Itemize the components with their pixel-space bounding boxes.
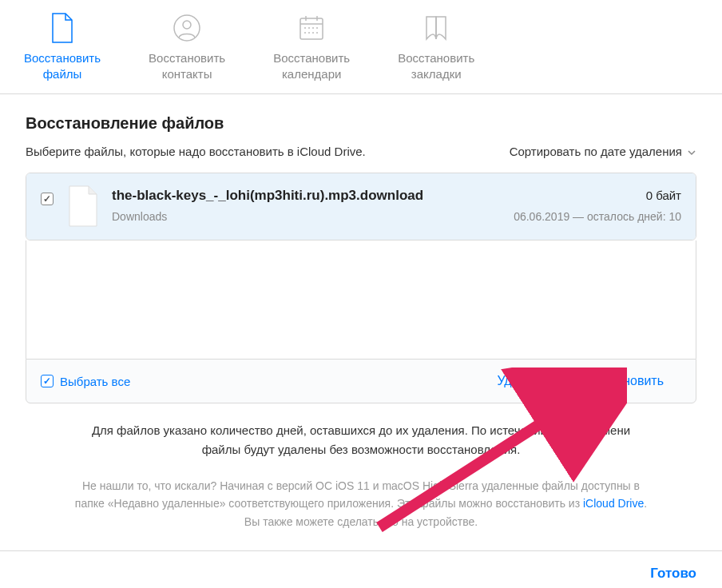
footer-sub-text: Не нашли то, что искали? Начиная с верси… xyxy=(26,467,696,550)
file-size: 0 байт xyxy=(646,189,681,202)
instruction-text: Выберите файлы, которые надо восстановит… xyxy=(26,145,366,158)
file-location: Downloads xyxy=(112,210,167,223)
bottom-bar: Готово xyxy=(0,550,722,588)
restore-button[interactable]: Восстановить xyxy=(565,369,681,393)
svg-rect-2 xyxy=(300,18,323,39)
tab-restore-files[interactable]: Восстановитьфайлы xyxy=(0,8,125,93)
tab-restore-bookmarks[interactable]: Восстановитьзакладки xyxy=(374,8,498,93)
calendar-icon xyxy=(296,12,327,44)
contact-icon xyxy=(171,12,203,44)
bookmark-icon xyxy=(420,12,452,44)
icloud-drive-link[interactable]: iCloud Drive xyxy=(583,497,644,510)
page-title: Восстановление файлов xyxy=(26,114,696,133)
delete-button[interactable]: Удалить xyxy=(479,369,563,393)
tab-label: Восстановитьзакладки xyxy=(398,50,474,81)
footer-main-text: Для файлов указано количество дней, оста… xyxy=(26,403,696,467)
file-expiry: 06.06.2019 — осталось дней: 10 xyxy=(514,210,681,223)
sort-label: Сортировать по дате удаления xyxy=(510,145,682,158)
tab-restore-contacts[interactable]: Восстановитьконтакты xyxy=(125,8,249,93)
tab-label: Восстановитькалендари xyxy=(273,50,350,81)
select-all-label: Выбрать все xyxy=(60,375,130,388)
category-tabs: Восстановитьфайлы Восстановитьконтакты xyxy=(0,0,722,94)
tab-label: Восстановитьфайлы xyxy=(24,50,101,81)
sort-dropdown[interactable]: Сортировать по дате удаления xyxy=(510,145,696,158)
file-row[interactable]: the-black-keys_-_lohi(mp3hiti.ru).mp3.do… xyxy=(26,173,696,240)
select-all-control[interactable]: Выбрать все xyxy=(41,375,130,388)
tab-label: Восстановитьконтакты xyxy=(149,50,225,81)
tab-restore-calendars[interactable]: Восстановитькалендари xyxy=(249,8,374,93)
file-list: the-black-keys_-_lohi(mp3hiti.ru).mp3.do… xyxy=(26,173,696,240)
select-all-checkbox[interactable] xyxy=(41,375,54,387)
file-type-icon xyxy=(65,185,101,228)
svg-point-1 xyxy=(183,21,191,29)
done-button[interactable]: Готово xyxy=(650,566,696,582)
file-checkbox[interactable] xyxy=(41,193,54,205)
chevron-down-icon xyxy=(687,145,696,158)
svg-point-0 xyxy=(174,15,200,41)
file-toolbar: Выбрать все Удалить Восстановить xyxy=(26,359,696,403)
file-name: the-black-keys_-_lohi(mp3hiti.ru).mp3.do… xyxy=(112,188,423,204)
file-icon xyxy=(46,12,78,44)
